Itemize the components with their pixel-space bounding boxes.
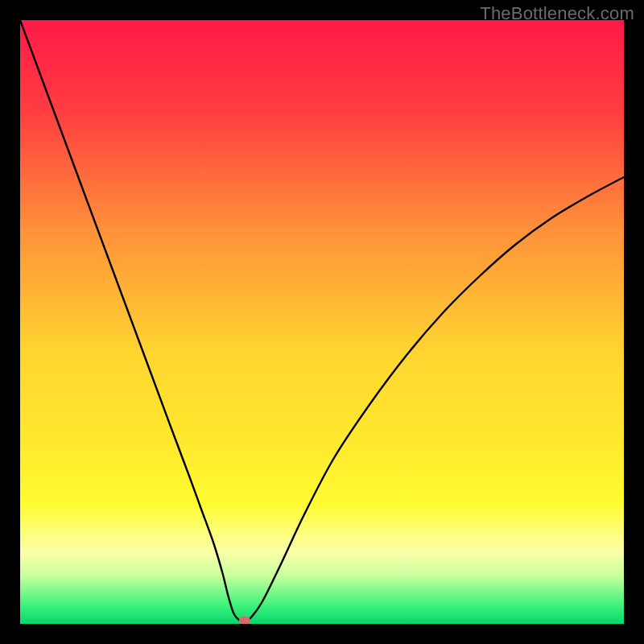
watermark-text: TheBottleneck.com (480, 3, 634, 24)
plot-area (20, 20, 624, 624)
bottleneck-curve (20, 20, 624, 624)
marker-dot (239, 617, 250, 625)
chart-stage: TheBottleneck.com (0, 0, 644, 644)
